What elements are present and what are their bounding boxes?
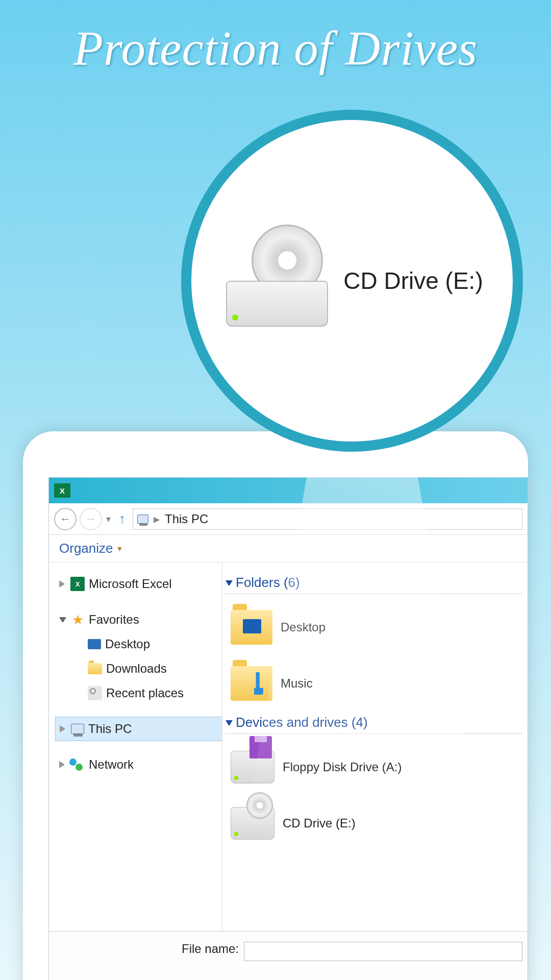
tree-label: Recent places: [106, 686, 184, 700]
tree-label: Microsoft Excel: [89, 577, 172, 591]
network-icon: [70, 757, 85, 772]
tree-item-downloads[interactable]: Downloads: [55, 656, 222, 681]
collapse-icon[interactable]: [226, 580, 233, 587]
tree-item-excel[interactable]: X Microsoft Excel: [55, 572, 222, 596]
expand-icon[interactable]: [59, 580, 66, 587]
tree-item-network[interactable]: Network: [55, 752, 222, 777]
music-folder-icon: [231, 666, 272, 701]
floppy-drive-icon: [231, 751, 274, 783]
banner-title: Protection of Drives: [0, 0, 551, 77]
tree-item-desktop[interactable]: Desktop: [55, 632, 222, 656]
expand-icon[interactable]: [59, 761, 66, 768]
zoom-callout: CD Drive (E:): [181, 110, 523, 452]
item-label: Desktop: [281, 620, 325, 634]
organize-menu[interactable]: Organize: [59, 541, 113, 556]
tablet-frame: X ← → ▾ ↑ ▸ This PC Organize ▼ X Microso…: [23, 431, 528, 980]
up-button[interactable]: ↑: [115, 511, 130, 527]
tree-item-favorites[interactable]: ★ Favorites: [55, 607, 222, 632]
item-label: Floppy Disk Drive (A:): [283, 760, 402, 774]
pc-icon: [137, 514, 148, 524]
item-label: Music: [281, 676, 313, 691]
expand-icon[interactable]: [60, 725, 67, 732]
chevron-down-icon[interactable]: ▼: [116, 545, 123, 553]
tree-label: Favorites: [89, 612, 139, 627]
content-pane: Folders (6) Desktop Music Devices and dr…: [222, 562, 528, 980]
section-title: Devices and drives (4): [236, 715, 368, 730]
filename-label: File name:: [182, 942, 239, 956]
folder-item-desktop[interactable]: Desktop: [224, 599, 522, 655]
tree-label: Network: [89, 757, 134, 772]
explorer-body: X Microsoft Excel ★ Favorites Desktop: [49, 562, 528, 980]
recent-places-icon: [88, 686, 102, 700]
tree-label: Downloads: [106, 662, 167, 676]
tree-item-recent-places[interactable]: Recent places: [55, 681, 222, 705]
collapse-icon[interactable]: [59, 617, 66, 624]
pc-icon: [71, 724, 84, 734]
navigation-tree: X Microsoft Excel ★ Favorites Desktop: [49, 562, 222, 980]
zoom-drive-label: CD Drive (E:): [343, 267, 483, 295]
breadcrumb-location[interactable]: This PC: [165, 512, 208, 526]
folder-item-music[interactable]: Music: [224, 655, 522, 712]
filename-input[interactable]: [244, 942, 522, 961]
filename-bar: File name:: [49, 931, 528, 980]
desktop-icon: [88, 639, 101, 649]
folder-icon: [88, 663, 102, 674]
forward-button[interactable]: →: [80, 508, 102, 530]
tree-label: This PC: [88, 722, 132, 736]
tree-label: Desktop: [105, 637, 150, 651]
cd-drive-icon: [221, 235, 333, 327]
back-button[interactable]: ←: [54, 508, 77, 530]
drive-item-floppy[interactable]: Floppy Disk Drive (A:): [224, 739, 522, 795]
section-title: Folders (6): [236, 575, 300, 591]
file-explorer-window: X ← → ▾ ↑ ▸ This PC Organize ▼ X Microso…: [48, 477, 528, 980]
folders-section-header[interactable]: Folders (6): [224, 572, 522, 594]
excel-app-icon: X: [54, 483, 70, 498]
collapse-icon[interactable]: [226, 720, 233, 727]
drive-item-cd[interactable]: CD Drive (E:): [224, 795, 522, 851]
toolbar: Organize ▼: [49, 535, 528, 562]
desktop-folder-icon: [231, 610, 272, 645]
history-dropdown-icon[interactable]: ▾: [105, 513, 112, 525]
tree-item-this-pc[interactable]: This PC: [55, 717, 222, 741]
excel-icon: X: [70, 577, 85, 591]
breadcrumb-separator-icon: ▸: [154, 512, 160, 526]
star-icon: ★: [70, 612, 85, 627]
window-titlebar[interactable]: X: [49, 478, 528, 503]
item-label: CD Drive (E:): [283, 816, 356, 830]
cd-drive-icon: [231, 807, 274, 840]
address-bar: ← → ▾ ↑ ▸ This PC: [49, 503, 528, 535]
drives-section-header[interactable]: Devices and drives (4): [224, 712, 522, 734]
address-input[interactable]: ▸ This PC: [133, 508, 522, 530]
